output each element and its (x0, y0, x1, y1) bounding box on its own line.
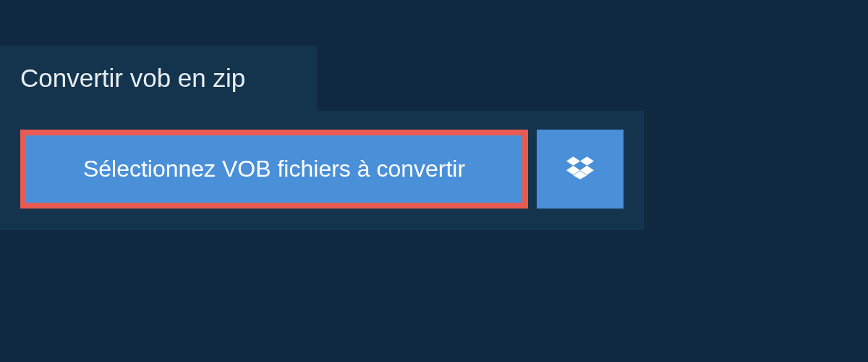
dropbox-button[interactable] (537, 130, 624, 209)
tab-convert[interactable]: Convertir vob en zip (0, 46, 317, 111)
upload-panel: Sélectionnez VOB fichiers à convertir (0, 111, 644, 230)
tab-label: Convertir vob en zip (20, 64, 245, 93)
select-files-label: Sélectionnez VOB fichiers à convertir (83, 156, 465, 182)
dropbox-icon (566, 154, 594, 185)
select-files-button[interactable]: Sélectionnez VOB fichiers à convertir (20, 130, 528, 209)
